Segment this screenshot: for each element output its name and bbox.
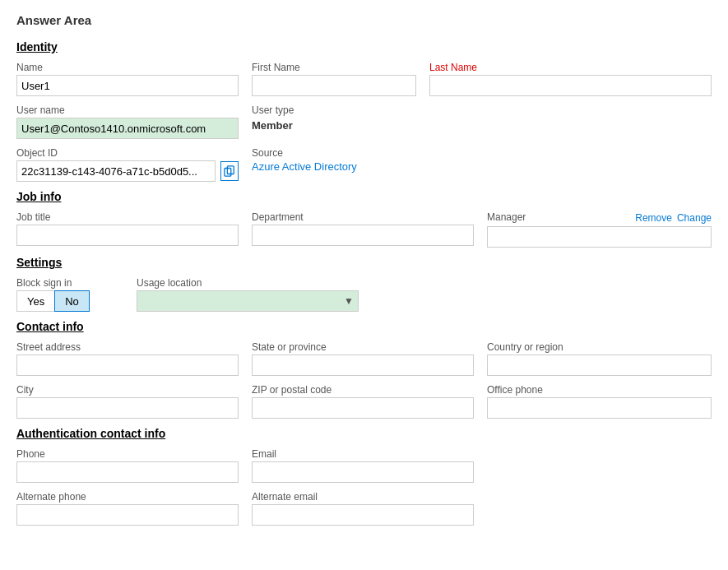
office-phone-input[interactable] xyxy=(487,397,712,419)
settings-title: Settings xyxy=(16,256,712,269)
source-group: Source Azure Active Directory xyxy=(252,147,416,173)
city-input[interactable] xyxy=(16,397,239,419)
identity-section: Identity Name First Name Last Name User … xyxy=(16,40,712,182)
username-group: User name xyxy=(16,104,239,139)
address-row: Street address State or province Country… xyxy=(16,341,712,376)
object-id-input[interactable] xyxy=(16,160,216,182)
job-info-title: Job info xyxy=(16,190,712,203)
country-input[interactable] xyxy=(487,355,712,376)
department-input[interactable] xyxy=(252,225,474,246)
usage-location-group: Usage location ▼ xyxy=(137,277,367,312)
alt-phone-input[interactable] xyxy=(16,504,239,526)
object-id-group: Object ID xyxy=(16,147,239,182)
block-sign-in-label: Block sign in xyxy=(16,277,123,289)
job-title-group: Job title xyxy=(16,211,239,246)
first-name-group: First Name xyxy=(252,62,416,96)
name-input[interactable] xyxy=(16,75,239,96)
username-usertype-row: User name User type Member xyxy=(16,104,712,139)
auth-contact-info-section: Authentication contact info Phone Email … xyxy=(16,427,712,526)
zip-label: ZIP or postal code xyxy=(252,384,474,396)
country-label: Country or region xyxy=(487,341,712,353)
office-phone-label: Office phone xyxy=(487,384,712,396)
alt-phone-group: Alternate phone xyxy=(16,491,239,526)
alt-email-group: Alternate email xyxy=(252,491,474,526)
contact-info-title: Contact info xyxy=(16,320,712,333)
street-address-group: Street address xyxy=(16,341,239,376)
name-group: Name xyxy=(16,62,239,96)
alt-email-input[interactable] xyxy=(252,504,474,526)
alt-phone-label: Alternate phone xyxy=(16,491,239,503)
manager-header-row: Manager Remove Change xyxy=(487,211,712,225)
department-group: Department xyxy=(252,211,474,246)
source-value[interactable]: Azure Active Directory xyxy=(252,160,416,173)
state-label: State or province xyxy=(252,341,474,353)
job-title-label: Job title xyxy=(16,211,239,223)
phone-label: Phone xyxy=(16,448,239,460)
change-manager-link[interactable]: Change xyxy=(677,212,712,224)
alt-phone-email-row: Alternate phone Alternate email xyxy=(16,491,712,526)
yes-button[interactable]: Yes xyxy=(16,290,54,312)
manager-input[interactable] xyxy=(487,226,712,248)
last-name-label: Last Name xyxy=(429,62,712,73)
usage-location-input[interactable] xyxy=(137,290,359,312)
usage-location-select[interactable]: ▼ xyxy=(137,290,359,312)
zip-group: ZIP or postal code xyxy=(252,384,474,419)
street-address-label: Street address xyxy=(16,341,239,353)
contact-info-section: Contact info Street address State or pro… xyxy=(16,320,712,419)
phone-email-row: Phone Email xyxy=(16,448,712,483)
name-label: Name xyxy=(16,62,239,73)
usage-location-label: Usage location xyxy=(137,277,367,289)
phone-input[interactable] xyxy=(16,461,239,483)
manager-label: Manager xyxy=(487,211,526,223)
country-group: Country or region xyxy=(487,341,712,376)
objectid-source-row: Object ID Source Azure Active Directory xyxy=(16,147,712,182)
object-id-label: Object ID xyxy=(16,147,239,159)
copy-icon[interactable] xyxy=(220,161,239,181)
username-input[interactable] xyxy=(16,118,239,139)
source-label: Source xyxy=(252,147,416,159)
job-title-input[interactable] xyxy=(16,225,239,246)
manager-links: Remove Change xyxy=(635,212,712,224)
user-type-group: User type Member xyxy=(252,104,416,133)
email-input[interactable] xyxy=(252,461,474,483)
identity-section-title: Identity xyxy=(16,40,712,53)
city-label: City xyxy=(16,384,239,396)
remove-manager-link[interactable]: Remove xyxy=(635,212,672,224)
page-title: Answer Area xyxy=(16,13,712,27)
street-address-input[interactable] xyxy=(16,355,239,376)
auth-contact-info-title: Authentication contact info xyxy=(16,427,712,440)
email-group: Email xyxy=(252,448,474,483)
first-name-input[interactable] xyxy=(252,75,416,96)
first-name-label: First Name xyxy=(252,62,416,73)
username-label: User name xyxy=(16,104,239,116)
phone-group: Phone xyxy=(16,448,239,483)
name-row: Name First Name Last Name xyxy=(16,62,712,96)
last-name-group: Last Name xyxy=(429,62,712,96)
settings-section: Settings Block sign in Yes No Usage loca… xyxy=(16,256,712,312)
user-type-label: User type xyxy=(252,104,416,116)
job-info-row: Job title Department Manager Remove Chan… xyxy=(16,211,712,248)
alt-email-label: Alternate email xyxy=(252,491,474,503)
zip-input[interactable] xyxy=(252,397,474,419)
user-type-value: Member xyxy=(252,118,416,133)
no-button[interactable]: No xyxy=(54,290,90,312)
job-info-section: Job info Job title Department Manager Re… xyxy=(16,190,712,248)
office-phone-group: Office phone xyxy=(487,384,712,419)
state-group: State or province xyxy=(252,341,474,376)
last-name-input[interactable] xyxy=(429,75,712,96)
settings-row: Block sign in Yes No Usage location ▼ xyxy=(16,277,712,312)
email-label: Email xyxy=(252,448,474,460)
department-label: Department xyxy=(252,211,474,223)
city-group: City xyxy=(16,384,239,419)
city-zip-phone-row: City ZIP or postal code Office phone xyxy=(16,384,712,419)
manager-group: Manager Remove Change xyxy=(487,211,712,248)
block-sign-in-toggle: Yes No xyxy=(16,290,123,312)
object-id-row xyxy=(16,160,239,182)
state-input[interactable] xyxy=(252,355,474,376)
block-sign-in-group: Block sign in Yes No xyxy=(16,277,123,312)
